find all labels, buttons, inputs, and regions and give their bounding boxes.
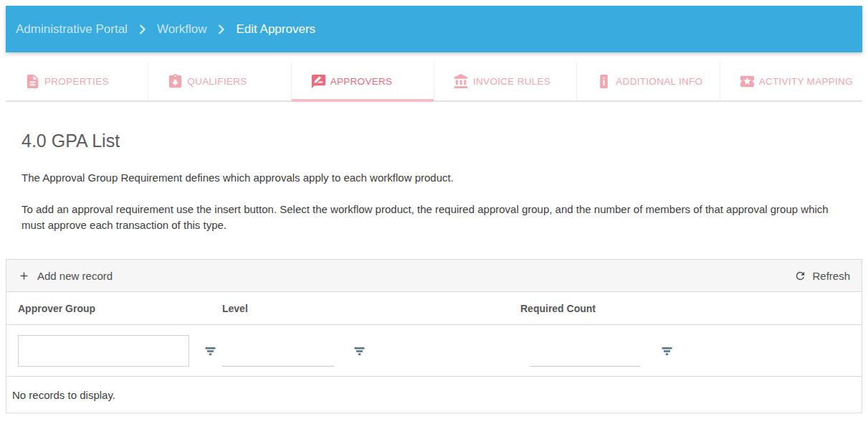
level-filter-input[interactable] xyxy=(222,345,334,367)
refresh-icon xyxy=(794,270,806,282)
ticket-star-icon xyxy=(739,73,755,90)
document-icon xyxy=(24,73,41,90)
filter-icon[interactable] xyxy=(353,344,366,357)
review-pen-icon xyxy=(310,73,327,90)
required-count-filter-input[interactable] xyxy=(530,345,640,367)
no-records-message: No records to display. xyxy=(6,377,862,413)
tab-label: INVOICE RULES xyxy=(473,76,550,87)
tab-qualifiers[interactable]: QUALIFIERS xyxy=(148,62,290,100)
filter-icon[interactable] xyxy=(204,344,216,357)
tab-approvers[interactable]: APPROVERS xyxy=(291,62,434,100)
approvers-grid: Add new record Refresh Approver Group Le… xyxy=(6,259,862,413)
bank-icon xyxy=(453,73,469,90)
filter-cell-required-count xyxy=(515,325,862,376)
column-header-level[interactable]: Level xyxy=(216,303,515,314)
grid-toolbar: Add new record Refresh xyxy=(6,260,862,292)
approver-group-filter-input[interactable] xyxy=(18,335,189,367)
grid-header-row: Approver Group Level Required Count xyxy=(6,292,862,325)
tab-label: ADDITIONAL INFO xyxy=(616,76,702,87)
breadcrumb-item-administrative-portal[interactable]: Administrative Portal xyxy=(16,22,128,37)
plus-icon xyxy=(18,270,30,282)
tab-properties[interactable]: PROPERTIES xyxy=(6,62,148,100)
tab-label: QUALIFIERS xyxy=(187,76,247,87)
description-paragraph-1: The Approval Group Requirement defines w… xyxy=(22,170,846,186)
tab-label: APPROVERS xyxy=(330,76,393,87)
refresh-label: Refresh xyxy=(812,270,850,282)
refresh-button[interactable]: Refresh xyxy=(794,270,850,282)
description-paragraph-2: To add an approval requirement use the i… xyxy=(22,202,846,233)
add-new-record-label: Add new record xyxy=(37,270,113,282)
filter-icon[interactable] xyxy=(661,344,673,357)
filter-cell-approver-group xyxy=(6,325,216,376)
tab-label: PROPERTIES xyxy=(44,76,109,87)
page-title: 4.0 GPA List xyxy=(22,131,846,151)
tab-invoice-rules[interactable]: INVOICE RULES xyxy=(434,62,576,100)
breadcrumb-item-workflow[interactable]: Workflow xyxy=(157,22,207,37)
grid-filter-row xyxy=(6,325,862,377)
breadcrumb-item-edit-approvers: Edit Approvers xyxy=(236,22,315,37)
chevron-right-icon xyxy=(138,24,146,35)
device-info-icon xyxy=(596,73,612,90)
column-header-approver-group[interactable]: Approver Group xyxy=(6,303,216,314)
chevron-right-icon xyxy=(217,24,225,35)
page-content: 4.0 GPA List The Approval Group Requirem… xyxy=(0,131,868,233)
tab-strip: PROPERTIES QUALIFIERS APPROVERS INVOICE … xyxy=(6,62,862,102)
breadcrumb: Administrative Portal Workflow Edit Appr… xyxy=(6,6,862,52)
tab-additional-info[interactable]: ADDITIONAL INFO xyxy=(576,62,719,100)
column-header-required-count[interactable]: Required Count xyxy=(515,303,862,314)
clipboard-download-icon xyxy=(167,73,183,90)
filter-cell-level xyxy=(216,325,515,376)
tab-label: ACTIVITY MAPPING xyxy=(759,76,853,87)
add-new-record-button[interactable]: Add new record xyxy=(18,270,113,282)
tab-activity-mapping[interactable]: ACTIVITY MAPPING xyxy=(720,62,862,100)
